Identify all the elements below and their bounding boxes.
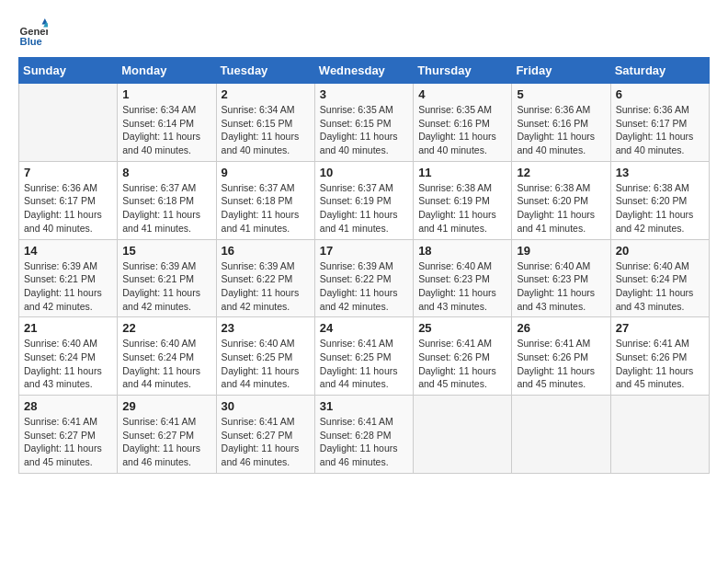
calendar-cell: 23Sunrise: 6:40 AMSunset: 6:25 PMDayligh… [216,317,314,396]
day-number: 4 [418,87,506,101]
day-info: Sunrise: 6:41 AMSunset: 6:27 PMDaylight:… [222,415,310,469]
calendar-cell: 2Sunrise: 6:34 AMSunset: 6:15 PMDaylight… [216,84,314,162]
day-info: Sunrise: 6:40 AMSunset: 6:25 PMDaylight:… [222,337,310,391]
calendar-cell: 22Sunrise: 6:40 AMSunset: 6:24 PMDayligh… [118,317,216,396]
day-number: 14 [24,244,112,258]
calendar-cell [610,396,709,474]
calendar-header-row: SundayMondayTuesdayWednesdayThursdayFrid… [19,58,710,84]
day-of-week-header: Saturday [610,58,709,84]
day-number: 16 [222,244,310,258]
calendar-cell [414,396,512,474]
day-info: Sunrise: 6:40 AMSunset: 6:24 PMDaylight:… [122,337,210,391]
day-info: Sunrise: 6:37 AMSunset: 6:18 PMDaylight:… [122,181,210,236]
calendar-cell: 25Sunrise: 6:41 AMSunset: 6:26 PMDayligh… [414,317,512,396]
calendar-cell: 29Sunrise: 6:41 AMSunset: 6:27 PMDayligh… [118,396,216,474]
day-info: Sunrise: 6:39 AMSunset: 6:21 PMDaylight:… [122,259,210,314]
calendar-cell: 27Sunrise: 6:41 AMSunset: 6:26 PMDayligh… [610,317,709,396]
day-of-week-header: Sunday [19,58,118,84]
day-number: 1 [122,87,210,101]
calendar-cell: 30Sunrise: 6:41 AMSunset: 6:27 PMDayligh… [216,396,314,474]
calendar-cell: 24Sunrise: 6:41 AMSunset: 6:25 PMDayligh… [314,317,413,396]
calendar-cell: 10Sunrise: 6:37 AMSunset: 6:19 PMDayligh… [314,161,413,239]
day-of-week-header: Wednesday [314,58,413,84]
calendar-week-row: 21Sunrise: 6:40 AMSunset: 6:24 PMDayligh… [19,317,710,396]
day-number: 20 [616,244,704,258]
calendar-cell [19,84,118,162]
calendar-week-row: 1Sunrise: 6:34 AMSunset: 6:14 PMDaylight… [19,84,710,162]
day-info: Sunrise: 6:37 AMSunset: 6:18 PMDaylight:… [222,181,310,236]
day-number: 30 [222,399,310,413]
day-info: Sunrise: 6:38 AMSunset: 6:19 PMDaylight:… [418,181,506,236]
calendar-cell: 9Sunrise: 6:37 AMSunset: 6:18 PMDaylight… [216,161,314,239]
day-number: 8 [122,166,210,179]
day-number: 10 [320,166,408,179]
day-info: Sunrise: 6:41 AMSunset: 6:26 PMDaylight:… [517,337,605,391]
day-number: 12 [517,166,605,179]
calendar-cell: 8Sunrise: 6:37 AMSunset: 6:18 PMDaylight… [118,161,216,239]
calendar-cell: 17Sunrise: 6:39 AMSunset: 6:22 PMDayligh… [314,239,413,317]
day-number: 24 [320,321,408,335]
day-number: 31 [320,399,408,413]
calendar-cell: 18Sunrise: 6:40 AMSunset: 6:23 PMDayligh… [414,239,512,317]
day-number: 15 [122,244,210,258]
calendar-week-row: 28Sunrise: 6:41 AMSunset: 6:27 PMDayligh… [19,396,710,474]
calendar-cell: 6Sunrise: 6:36 AMSunset: 6:17 PMDaylight… [610,84,709,162]
day-number: 17 [320,244,408,258]
calendar-cell: 21Sunrise: 6:40 AMSunset: 6:24 PMDayligh… [19,317,118,396]
day-info: Sunrise: 6:41 AMSunset: 6:26 PMDaylight:… [616,337,704,391]
day-number: 2 [222,87,310,101]
day-of-week-header: Monday [118,58,216,84]
day-of-week-header: Friday [512,58,610,84]
day-number: 5 [517,87,605,101]
calendar-cell: 13Sunrise: 6:38 AMSunset: 6:20 PMDayligh… [610,161,709,239]
calendar-cell: 3Sunrise: 6:35 AMSunset: 6:15 PMDaylight… [314,84,413,162]
day-info: Sunrise: 6:41 AMSunset: 6:27 PMDaylight:… [24,415,112,469]
day-info: Sunrise: 6:41 AMSunset: 6:27 PMDaylight:… [122,415,210,469]
day-info: Sunrise: 6:39 AMSunset: 6:22 PMDaylight:… [222,259,310,314]
day-info: Sunrise: 6:38 AMSunset: 6:20 PMDaylight:… [616,181,704,236]
calendar-cell: 26Sunrise: 6:41 AMSunset: 6:26 PMDayligh… [512,317,610,396]
day-info: Sunrise: 6:39 AMSunset: 6:21 PMDaylight:… [24,259,112,314]
calendar-cell: 7Sunrise: 6:36 AMSunset: 6:17 PMDaylight… [19,161,118,239]
day-number: 6 [616,87,704,101]
day-info: Sunrise: 6:36 AMSunset: 6:16 PMDaylight:… [517,103,605,157]
svg-text:Blue: Blue [20,36,42,47]
calendar-cell: 1Sunrise: 6:34 AMSunset: 6:14 PMDaylight… [118,84,216,162]
calendar-cell: 31Sunrise: 6:41 AMSunset: 6:28 PMDayligh… [314,396,413,474]
day-info: Sunrise: 6:37 AMSunset: 6:19 PMDaylight:… [320,181,408,236]
day-number: 29 [122,399,210,413]
day-info: Sunrise: 6:34 AMSunset: 6:15 PMDaylight:… [222,103,310,157]
day-info: Sunrise: 6:38 AMSunset: 6:20 PMDaylight:… [517,181,605,236]
day-number: 13 [616,166,704,179]
day-number: 23 [222,321,310,335]
day-number: 28 [24,399,112,413]
calendar-cell: 20Sunrise: 6:40 AMSunset: 6:24 PMDayligh… [610,239,709,317]
day-info: Sunrise: 6:40 AMSunset: 6:23 PMDaylight:… [418,259,506,314]
day-info: Sunrise: 6:34 AMSunset: 6:14 PMDaylight:… [122,103,210,157]
day-number: 3 [320,87,408,101]
calendar-cell: 4Sunrise: 6:35 AMSunset: 6:16 PMDaylight… [414,84,512,162]
day-number: 27 [616,321,704,335]
day-number: 19 [517,244,605,258]
day-info: Sunrise: 6:41 AMSunset: 6:28 PMDaylight:… [320,415,408,469]
calendar-cell: 5Sunrise: 6:36 AMSunset: 6:16 PMDaylight… [512,84,610,162]
day-number: 11 [418,166,506,179]
day-number: 7 [24,166,112,179]
calendar-cell: 15Sunrise: 6:39 AMSunset: 6:21 PMDayligh… [118,239,216,317]
day-number: 26 [517,321,605,335]
day-info: Sunrise: 6:40 AMSunset: 6:23 PMDaylight:… [517,259,605,314]
day-info: Sunrise: 6:40 AMSunset: 6:24 PMDaylight:… [24,337,112,391]
day-number: 21 [24,321,112,335]
calendar-cell: 14Sunrise: 6:39 AMSunset: 6:21 PMDayligh… [19,239,118,317]
day-info: Sunrise: 6:41 AMSunset: 6:26 PMDaylight:… [418,337,506,391]
calendar-cell: 28Sunrise: 6:41 AMSunset: 6:27 PMDayligh… [19,396,118,474]
day-info: Sunrise: 6:36 AMSunset: 6:17 PMDaylight:… [616,103,704,157]
day-info: Sunrise: 6:41 AMSunset: 6:25 PMDaylight:… [320,337,408,391]
day-info: Sunrise: 6:40 AMSunset: 6:24 PMDaylight:… [616,259,704,314]
day-info: Sunrise: 6:39 AMSunset: 6:22 PMDaylight:… [320,259,408,314]
calendar-cell [512,396,610,474]
calendar-cell: 11Sunrise: 6:38 AMSunset: 6:19 PMDayligh… [414,161,512,239]
calendar-cell: 19Sunrise: 6:40 AMSunset: 6:23 PMDayligh… [512,239,610,317]
calendar-table: SundayMondayTuesdayWednesdayThursdayFrid… [18,57,710,474]
calendar-cell: 12Sunrise: 6:38 AMSunset: 6:20 PMDayligh… [512,161,610,239]
